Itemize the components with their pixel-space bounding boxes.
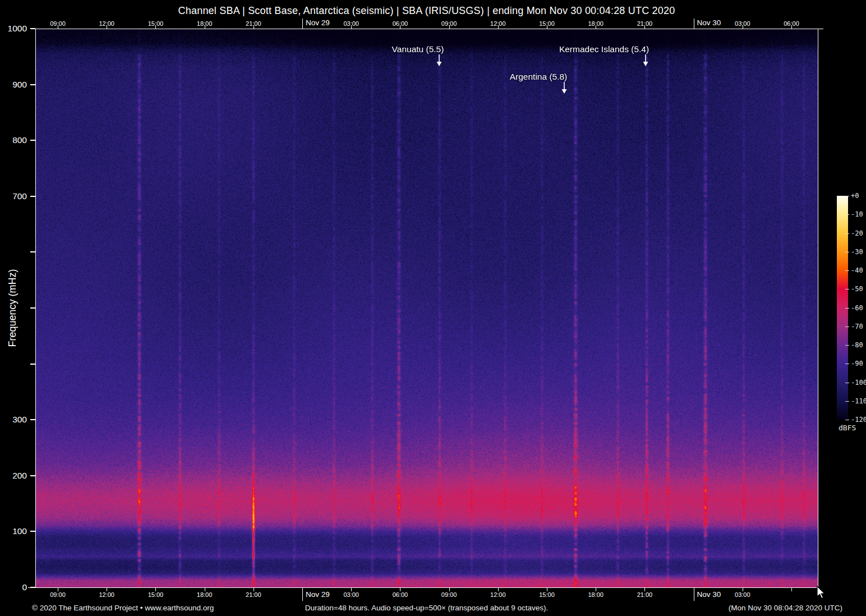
frequency-tick-label: 900 — [0, 80, 27, 90]
colorbar-tick — [845, 214, 849, 215]
frequency-tick-label: 0 — [0, 582, 27, 592]
frequency-tick-label: 100 — [0, 526, 27, 536]
frequency-tick — [30, 531, 35, 532]
time-tick-label: 06:00 — [393, 591, 408, 598]
mouse-cursor-icon — [814, 586, 826, 601]
colorbar-tick — [845, 345, 849, 346]
frequency-tick — [30, 364, 35, 365]
time-tick — [644, 587, 645, 591]
time-tick-label: 21:00 — [637, 20, 653, 27]
time-tick-label: 03:00 — [343, 591, 359, 598]
time-tick-label: 06:00 — [393, 20, 408, 27]
colorbar-tick — [845, 327, 849, 327]
frequency-tick — [30, 140, 35, 141]
time-tick — [743, 587, 743, 591]
colorbar-tick-label: -120 — [851, 416, 866, 424]
time-tick-label: Nov 30 — [697, 590, 721, 599]
event-label-kermadec-islands: Kermadec Islands (5.4) — [559, 44, 649, 54]
down-arrow-icon — [561, 82, 568, 94]
time-tick-label: 15:00 — [539, 591, 555, 598]
frequency-tick — [30, 307, 35, 309]
frequency-tick-label: 200 — [0, 471, 27, 481]
frequency-axis-title: Frequency (mHz) — [7, 269, 19, 347]
footer-duration: Duration=48 hours. Audio speed-up=500× (… — [35, 604, 818, 612]
colorbar-tick-label: -80 — [851, 341, 863, 349]
time-tick-label: 15:00 — [539, 20, 555, 27]
bottom-axis-line — [28, 587, 818, 588]
colorbar-tick-label: -10 — [851, 210, 863, 218]
spectrogram-canvas — [36, 29, 818, 587]
time-tick-label: 15:00 — [148, 591, 164, 598]
time-tick — [254, 587, 254, 591]
time-tick — [351, 587, 352, 591]
event-label-argentina: Argentina (5.8) — [510, 72, 568, 82]
colorbar-tick — [845, 289, 849, 289]
frequency-tick-label: 800 — [0, 135, 27, 145]
time-tick — [302, 19, 303, 29]
time-tick-label: 15:00 — [148, 20, 164, 27]
colorbar-tick-label: -100 — [851, 379, 866, 387]
colorbar-tick — [845, 196, 849, 196]
colorbar-tick-label: +0 — [851, 192, 859, 200]
time-tick-label: 21:00 — [246, 20, 261, 27]
colorbar-tick — [845, 364, 849, 364]
colorbar-tick-label: -30 — [851, 248, 863, 256]
time-tick — [694, 19, 694, 29]
colorbar-tick — [845, 383, 849, 383]
time-tick — [791, 587, 792, 591]
colorbar-tick — [845, 401, 849, 402]
time-tick-label: 06:00 — [784, 20, 799, 27]
colorbar-tick — [845, 420, 849, 420]
colorbar-tick-label: -90 — [851, 360, 863, 367]
colorbar-tick-label: -110 — [851, 397, 866, 405]
down-arrow-icon — [436, 54, 443, 67]
page-title: Channel SBA | Scott Base, Antarctica (se… — [35, 5, 818, 17]
frequency-tick-label: 700 — [0, 191, 27, 201]
time-tick-label: 09:00 — [441, 20, 457, 27]
frequency-tick — [30, 28, 35, 29]
frequency-tick — [30, 196, 35, 197]
time-tick — [498, 587, 499, 591]
down-arrow-icon — [642, 54, 649, 67]
time-tick-label: Nov 29 — [306, 19, 330, 27]
time-tick-label: 12:00 — [490, 20, 506, 27]
colorbar-tick-label: -50 — [851, 285, 863, 293]
time-tick — [155, 587, 156, 591]
time-tick — [205, 587, 205, 591]
time-tick-label: Nov 29 — [306, 590, 330, 599]
spectrogram-page: Channel SBA | Scott Base, Antarctica (se… — [0, 0, 866, 616]
time-tick-label: 18:00 — [197, 20, 213, 27]
time-tick-label: 09:00 — [50, 20, 66, 27]
colorbar-tick — [845, 270, 849, 271]
time-tick-label: 18:00 — [197, 591, 213, 598]
colorbar-tick-label: -20 — [851, 229, 863, 237]
frequency-tick — [30, 475, 35, 476]
colorbar-tick — [845, 308, 849, 309]
frequency-tick — [30, 419, 35, 420]
frequency-tick-label: 1000 — [0, 24, 27, 34]
frequency-tick — [30, 84, 35, 85]
frequency-tick — [30, 251, 35, 252]
time-tick-label: 03:00 — [343, 20, 359, 27]
time-tick-label: 09:00 — [441, 591, 457, 598]
time-tick-label: 03:00 — [735, 20, 750, 27]
frequency-tick — [30, 587, 35, 588]
right-axis-line — [818, 29, 818, 588]
colorbar-tick-label: -60 — [851, 304, 863, 312]
time-tick-label: 21:00 — [246, 591, 261, 598]
time-tick — [302, 587, 303, 601]
time-tick-label: 12:00 — [490, 591, 506, 598]
time-tick — [547, 587, 547, 591]
colorbar: +0-10-20-30-40-50-60-70-80-90-100-110-12… — [837, 196, 866, 443]
time-tick — [400, 587, 400, 591]
colorbar-unit-label: dBFS — [839, 424, 856, 432]
footer-timestamp: (Mon Nov 30 08:04:28 2020 UTC) — [729, 604, 842, 612]
time-tick — [107, 587, 107, 591]
time-tick — [694, 587, 694, 601]
event-label-vanuatu: Vanuatu (5.5) — [392, 44, 444, 54]
time-tick-label: 21:00 — [637, 591, 653, 598]
time-tick-label: 09:00 — [50, 591, 66, 598]
time-tick-label: 12:00 — [99, 591, 114, 598]
time-tick — [58, 587, 58, 591]
time-tick-label: 18:00 — [588, 591, 604, 598]
